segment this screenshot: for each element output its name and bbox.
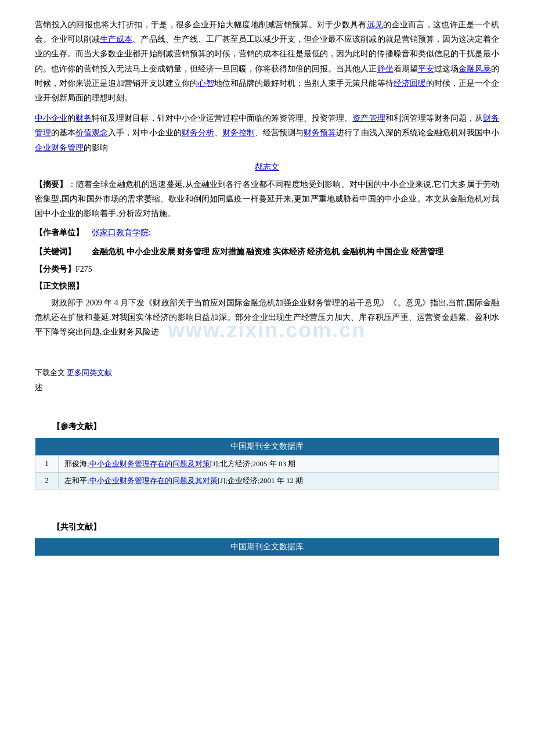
- ref-table-header: 中国期刊全文数据库: [35, 438, 499, 456]
- intro-text-5: 过这场: [434, 64, 459, 73]
- author-unit-spacer: [84, 228, 92, 237]
- page-wrapper: 营销投入的回报也将大打折扣，于是，很多企业开始大幅度地削减营销预算。对于少数具有…: [0, 0, 534, 591]
- author-unit-label: 【作者单位】: [35, 228, 84, 237]
- intro-link-jingji[interactable]: 经济回暖: [394, 79, 426, 88]
- author-line: 郝志文: [35, 162, 499, 172]
- ref-suffix: [J];企业经济;2001 年 12 期: [218, 476, 304, 485]
- ref-title-link[interactable]: 中小企业财务管理存在的问题及对策: [89, 459, 210, 468]
- co-cite-section-title: 【共引文献】: [52, 522, 499, 532]
- author-unit-section: 【作者单位】 张家口教育学院;: [35, 225, 499, 240]
- intro-p2-text-7: 、经营预测与: [255, 128, 304, 137]
- abstract-section: 【摘要】：随着全球金融危机的迅速蔓延,从金融业到各行各业都不同程度地受到影响。对…: [35, 177, 499, 221]
- ref-title-link[interactable]: 中小企业财务管理存在的问题及其对策: [89, 476, 218, 485]
- ref-num: 2: [35, 473, 59, 489]
- ref-author: 左和平;: [64, 476, 89, 485]
- intro-link-shengchan[interactable]: 生产成本: [100, 35, 132, 44]
- author-link[interactable]: 郝志文: [255, 163, 279, 171]
- abstract-text: ：随着全球金融危机的迅速蔓延,从金融业到各行各业都不同程度地受到影响。对中国的中…: [35, 180, 499, 218]
- intro-link-jingzuo[interactable]: 静坐: [377, 64, 394, 73]
- co-cite-table: 中国期刊全文数据库: [35, 538, 499, 556]
- intro-link-xinzhi[interactable]: 心智: [198, 79, 214, 88]
- ref-suffix: [J];北方经济;2005 年 03 期: [210, 459, 296, 468]
- fulltext-label-line: 【正文快照】: [35, 279, 499, 293]
- abstract-label: 【摘要】: [35, 180, 68, 189]
- fulltext-text: 财政部于 2009 年 4 月下发《财政部关于当前应对国际金融危机加强企业财务管…: [35, 296, 499, 340]
- co-cite-table-header: 中国期刊全文数据库: [35, 538, 499, 556]
- intro-link-jiazhi[interactable]: 价值观念: [75, 128, 108, 137]
- keywords-label: 【关键词】: [35, 247, 75, 256]
- intro-paragraph-2: 中小企业的财务特征及理财目标，针对中小企业运营过程中面临的筹资管理、投资管理、资…: [35, 111, 499, 155]
- category-section: 【分类号】F275: [35, 262, 499, 276]
- intro-p2-text-3: 和利润管理等财务问题，从: [385, 114, 483, 123]
- intro-link-yuanjian[interactable]: 远见: [367, 20, 384, 29]
- intro-link-qiyecaiwu[interactable]: 企业财务管理: [35, 143, 84, 152]
- intro-text-4: 着期望: [394, 64, 418, 73]
- more-similar-link[interactable]: 更多同类文献: [67, 368, 112, 377]
- intro-text-1: 营销投入的回报也将大打折扣，于是，很多企业开始大幅度地削减营销预算。对于少数具有: [35, 20, 367, 29]
- intro-paragraph-1: 营销投入的回报也将大打折扣，于是，很多企业开始大幅度地削减营销预算。对于少数具有…: [35, 17, 499, 105]
- intro-link-caiwu[interactable]: 财务: [75, 114, 92, 123]
- fulltext-label: 【正文快照】: [35, 282, 84, 290]
- author-unit-link[interactable]: 张家口教育学院;: [92, 228, 151, 237]
- intro-link-zichan[interactable]: 资产管理: [352, 114, 385, 123]
- intro-link-caiwuyusuan[interactable]: 财务预算: [304, 128, 336, 137]
- intro-link-jinrong[interactable]: 金融风暴: [459, 64, 491, 73]
- intro-link-zhongxiao[interactable]: 中小企业: [35, 114, 67, 123]
- intro-link-pingan[interactable]: 平安: [418, 64, 434, 73]
- intro-p2-text-9: 的影响: [84, 143, 108, 152]
- keywords-text: 金融危机 中小企业发展 财务管理 应对措施 融资难 实体经济 经济危机 金融机构…: [92, 247, 443, 256]
- category-text: F275: [75, 265, 92, 273]
- ref-content: 邢俊海;中小企业财务管理存在的问题及对策[J];北方经济;2005 年 03 期: [59, 456, 499, 473]
- intro-link-caiwufenxi[interactable]: 财务分析: [182, 128, 214, 137]
- ref-content: 左和平;中小企业财务管理存在的问题及其对策[J];企业经济;2001 年 12 …: [59, 473, 499, 489]
- keywords-section: 【关键词】 金融危机 中小企业发展 财务管理 应对措施 融资难 实体经济 经济危…: [35, 244, 499, 259]
- shu-text: 述: [35, 380, 499, 395]
- shu-content: 述: [35, 383, 43, 392]
- category-label: 【分类号】: [35, 265, 75, 273]
- intro-p2-text-4: 的基本: [51, 128, 75, 137]
- intro-link-caiwukongzhi[interactable]: 财务控制: [222, 128, 255, 137]
- download-line: 下载全文 更多同类文献: [35, 368, 499, 378]
- download-text: 下载全文: [35, 368, 65, 377]
- ref-author: 邢俊海;: [64, 459, 89, 468]
- fulltext-container: www.zixin.com.cn 财政部于 2009 年 4 月下发《财政部关于…: [35, 296, 499, 365]
- keywords-spacer: [75, 247, 92, 256]
- ref-num: 1: [35, 456, 59, 473]
- references-table: 中国期刊全文数据库 1邢俊海;中小企业财务管理存在的问题及对策[J];北方经济;…: [35, 438, 499, 489]
- intro-p2-text-1: 的: [67, 114, 75, 123]
- intro-p2-text-6: 、: [214, 128, 222, 137]
- intro-p2-text-5: 入手，对中小企业的: [108, 128, 181, 137]
- intro-p2-text-2: 特征及理财目标，针对中小企业运营过程中面临的筹资管理、投资管理、: [92, 114, 352, 123]
- intro-text-7: 地位和品牌的最好时机；当别人束手无策只能等待: [214, 79, 394, 88]
- intro-p2-text-8: 进行了由浅入深的系统论金融危机对我国中小: [336, 128, 499, 137]
- ref-section-title: 【参考文献】: [52, 422, 499, 432]
